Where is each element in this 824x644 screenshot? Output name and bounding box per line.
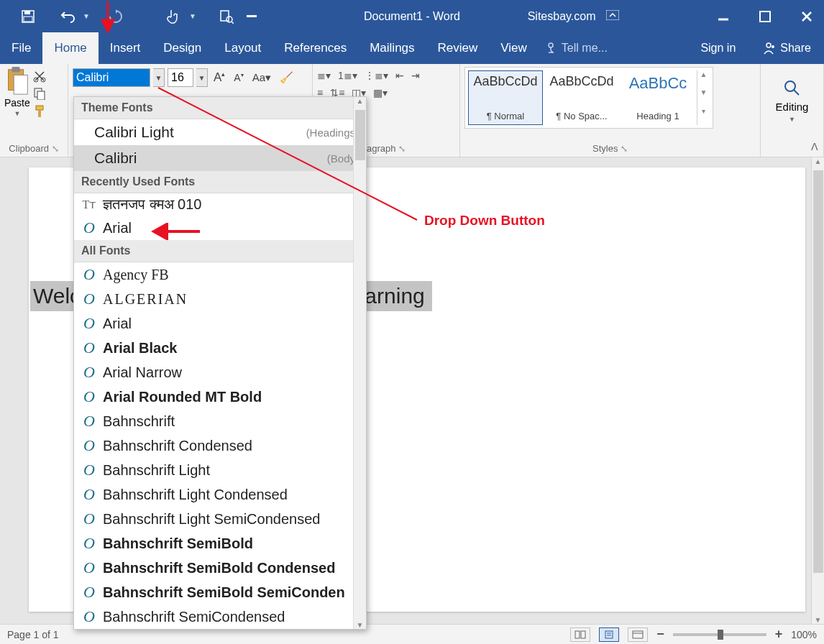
- opentype-icon: O: [81, 265, 97, 284]
- svg-rect-27: [581, 631, 585, 638]
- change-case-icon[interactable]: Aa▾: [250, 71, 274, 84]
- increase-indent-icon[interactable]: ⇥: [411, 70, 420, 81]
- font-item-recent-0[interactable]: Tᴛ ज्ञतनजप क्मअ 010: [74, 193, 366, 216]
- style-up-icon[interactable]: ▲: [697, 70, 710, 88]
- close-button[interactable]: [797, 6, 817, 27]
- svg-point-23: [785, 81, 795, 91]
- tab-layout[interactable]: Layout: [213, 32, 273, 64]
- font-item[interactable]: OBahnschrift Light: [74, 458, 366, 482]
- find-icon[interactable]: [783, 79, 802, 98]
- style-gallery[interactable]: AaBbCcDd ¶ Normal AaBbCcDd ¶ No Spac... …: [464, 67, 713, 129]
- font-item[interactable]: OBahnschrift: [74, 409, 366, 433]
- tab-mailings[interactable]: Mailings: [358, 32, 426, 64]
- bullets-icon[interactable]: ≣▾: [317, 70, 331, 81]
- svg-rect-28: [605, 631, 613, 638]
- tab-design[interactable]: Design: [152, 32, 213, 64]
- print-preview-icon[interactable]: [216, 6, 237, 27]
- styles-group: AaBbCcDd ¶ Normal AaBbCcDd ¶ No Spac... …: [460, 64, 761, 157]
- numbering-icon[interactable]: 1≣▾: [338, 70, 357, 81]
- size-dropdown-button[interactable]: ▼: [196, 68, 208, 87]
- font-item[interactable]: OBahnschrift Light SemiCondensed: [74, 507, 366, 531]
- font-item[interactable]: OBahnschrift SemiBold SemiConden: [74, 580, 366, 604]
- ribbon-options-icon[interactable]: [606, 10, 619, 22]
- tab-review[interactable]: Review: [426, 32, 490, 64]
- font-item-calibri-light[interactable]: Calibri Light (Headings): [74, 119, 366, 145]
- paste-button[interactable]: Paste ▼: [4, 67, 30, 134]
- font-item-calibri[interactable]: Calibri (Body): [74, 145, 366, 171]
- maximize-button[interactable]: [755, 6, 775, 27]
- web-layout-icon[interactable]: [628, 627, 648, 642]
- font-item[interactable]: OBahnschrift Light Condensed: [74, 482, 366, 507]
- svg-rect-20: [37, 91, 45, 100]
- tab-references[interactable]: References: [273, 32, 358, 64]
- zoom-out-button[interactable]: −: [656, 627, 664, 642]
- opentype-icon: O: [81, 485, 97, 504]
- font-item[interactable]: OAgency FB: [74, 262, 366, 287]
- decrease-indent-icon[interactable]: ⇤: [395, 70, 404, 81]
- tab-home[interactable]: Home: [42, 32, 98, 64]
- clear-formatting-icon[interactable]: 🧹: [277, 71, 296, 84]
- style-more-icon[interactable]: ▾: [697, 107, 710, 125]
- all-fonts-header: All Fonts: [74, 240, 366, 262]
- zoom-in-button[interactable]: +: [775, 627, 783, 642]
- print-layout-icon[interactable]: [599, 627, 619, 642]
- site-label: Sitesbay.com: [528, 10, 619, 23]
- font-item[interactable]: OArial: [74, 311, 366, 336]
- font-item[interactable]: OBahnschrift SemiBold Condensed: [74, 556, 366, 580]
- save-icon[interactable]: [18, 6, 38, 27]
- tell-me-search[interactable]: Tell me...: [539, 32, 615, 64]
- font-item[interactable]: OBahnschrift SemiBold: [74, 531, 366, 556]
- touch-dropdown-icon[interactable]: ▼: [189, 12, 196, 20]
- tab-file[interactable]: File: [0, 32, 42, 64]
- tab-insert[interactable]: Insert: [99, 32, 152, 64]
- collapse-ribbon-icon[interactable]: ᐱ: [811, 141, 818, 152]
- copy-icon[interactable]: [33, 87, 46, 100]
- style-down-icon[interactable]: ▼: [697, 88, 710, 106]
- qat-customize-icon[interactable]: [247, 15, 257, 17]
- zoom-slider[interactable]: [673, 633, 766, 636]
- clipboard-launcher-icon[interactable]: ⤡: [52, 144, 59, 154]
- font-item[interactable]: OArial Black: [74, 336, 366, 360]
- svg-point-13: [772, 45, 774, 48]
- minimize-button[interactable]: [713, 6, 733, 27]
- touch-mode-icon[interactable]: [162, 6, 182, 27]
- grow-font-icon[interactable]: A▴: [211, 70, 228, 85]
- undo-icon[interactable]: [58, 6, 78, 27]
- font-item[interactable]: OBahnschrift SemiCondensed: [74, 604, 366, 629]
- share-button[interactable]: Share: [749, 32, 824, 64]
- svg-line-24: [794, 90, 799, 95]
- styles-launcher-icon[interactable]: ⤡: [621, 144, 628, 154]
- font-size-input[interactable]: [168, 68, 193, 87]
- style-heading-1[interactable]: AaBbCc Heading 1: [621, 70, 695, 125]
- multilevel-icon[interactable]: ⋮≣▾: [365, 70, 388, 81]
- shrink-font-icon[interactable]: A▾: [231, 72, 246, 83]
- cut-icon[interactable]: [33, 70, 46, 83]
- tab-view[interactable]: View: [489, 32, 539, 64]
- read-mode-icon[interactable]: [570, 627, 590, 642]
- page-count[interactable]: Page 1 of 1: [7, 629, 59, 640]
- zoom-level[interactable]: 100%: [791, 629, 817, 640]
- svg-rect-6: [606, 10, 619, 20]
- editing-label[interactable]: Editing: [776, 101, 809, 113]
- font-name-input[interactable]: [73, 68, 150, 87]
- format-painter-icon[interactable]: [33, 104, 46, 119]
- font-item[interactable]: OALGERIAN: [74, 287, 366, 311]
- font-item[interactable]: OArial Rounded MT Bold: [74, 385, 366, 409]
- theme-fonts-header: Theme Fonts: [74, 97, 366, 119]
- svg-rect-1: [24, 11, 30, 14]
- style-no-spacing[interactable]: AaBbCcDd ¶ No Spac...: [544, 70, 619, 125]
- font-item[interactable]: OArial Narrow: [74, 360, 366, 385]
- style-normal[interactable]: AaBbCcDd ¶ Normal: [468, 70, 543, 125]
- vertical-scrollbar[interactable]: ▲ ▼: [811, 157, 824, 624]
- paragraph-launcher-icon[interactable]: ⤡: [398, 144, 406, 154]
- font-item-recent-arial[interactable]: O Arial: [74, 216, 366, 240]
- svg-rect-2: [24, 17, 32, 22]
- font-dropdown-scrollbar[interactable]: ▲ ▼: [353, 97, 366, 629]
- opentype-icon: O: [81, 534, 97, 553]
- undo-dropdown-icon[interactable]: ▼: [83, 12, 90, 20]
- font-dropdown-button[interactable]: ▼: [153, 68, 165, 87]
- redo-icon[interactable]: [106, 6, 126, 27]
- borders-icon[interactable]: ▦▾: [373, 87, 388, 98]
- font-item[interactable]: OBahnschrift Condensed: [74, 433, 366, 458]
- sign-in-button[interactable]: Sign in: [687, 32, 749, 64]
